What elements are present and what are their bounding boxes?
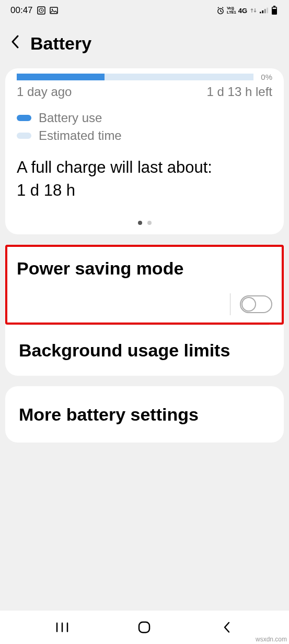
battery-progress-bar [17, 74, 253, 80]
page-header: Battery [0, 21, 289, 68]
legend-estimated: Estimated time [17, 128, 272, 143]
toggle-knob [241, 297, 256, 312]
battery-progress-used [17, 74, 105, 80]
svg-rect-6 [262, 10, 263, 13]
status-right: Vo))LTE1 4G [216, 6, 279, 15]
power-saving-toggle-row [17, 293, 272, 315]
background-limits-row[interactable]: Background usage limits [5, 325, 284, 376]
pager-dot-2[interactable] [147, 221, 152, 225]
status-left: 00:47 [10, 5, 58, 16]
4g-icon: 4G [238, 7, 247, 15]
full-charge-label: A full charge will last about: [17, 158, 272, 178]
power-saving-label: Power saving mode [17, 258, 272, 279]
legend-use-label: Battery use [39, 111, 102, 125]
settings-card: Background usage limits [5, 325, 284, 376]
signal-icon [260, 6, 268, 15]
status-bar: 00:47 Vo))LTE1 4G [0, 0, 289, 21]
pager[interactable] [17, 221, 272, 225]
svg-rect-5 [260, 12, 261, 14]
legend-pill-use [17, 115, 31, 121]
svg-rect-8 [267, 8, 268, 14]
svg-rect-15 [139, 622, 149, 633]
power-saving-row[interactable]: Power saving mode [5, 245, 284, 325]
power-saving-toggle[interactable] [240, 295, 272, 313]
status-time: 00:47 [10, 5, 33, 16]
legend-pill-estimated [17, 133, 31, 139]
page-title: Battery [30, 33, 91, 54]
battery-end-percent: 0% [261, 73, 272, 81]
legend-battery-use: Battery use [17, 111, 272, 125]
watermark: wsxdn.com [256, 636, 287, 643]
back-nav-button[interactable] [217, 618, 236, 637]
svg-rect-7 [264, 9, 266, 13]
svg-rect-10 [273, 6, 275, 7]
svg-rect-11 [273, 8, 276, 9]
toggle-divider [230, 293, 230, 315]
pager-dot-1[interactable] [138, 221, 142, 225]
home-button[interactable] [135, 618, 154, 637]
full-charge-value: 1 d 18 h [17, 181, 272, 200]
svg-rect-2 [50, 7, 57, 14]
image-icon [50, 6, 58, 15]
battery-icon [270, 6, 279, 15]
volte-icon: Vo))LTE1 [227, 6, 236, 15]
clock-square-icon [37, 6, 45, 15]
full-charge-block: A full charge will last about: 1 d 18 h [17, 158, 272, 200]
alarm-icon [216, 6, 225, 15]
more-settings-row[interactable]: More battery settings [5, 386, 284, 443]
svg-point-3 [51, 9, 52, 10]
battery-legend: Battery use Estimated time [17, 111, 272, 143]
recents-button[interactable] [53, 618, 72, 637]
navigation-bar [0, 611, 289, 644]
battery-progress-estimated [105, 74, 254, 80]
battery-time-left: 1 d 13 h left [207, 85, 272, 99]
legend-estimated-label: Estimated time [39, 128, 122, 143]
back-button[interactable] [10, 34, 20, 53]
more-settings-label: More battery settings [19, 404, 270, 425]
battery-time-ago: 1 day ago [17, 85, 72, 99]
battery-overview-card: 0% 1 day ago 1 d 13 h left Battery use E… [5, 68, 284, 234]
battery-time-row: 1 day ago 1 d 13 h left [17, 85, 272, 99]
background-limits-label: Background usage limits [19, 340, 270, 361]
battery-progress: 0% [17, 73, 272, 81]
updown-icon [249, 6, 258, 15]
